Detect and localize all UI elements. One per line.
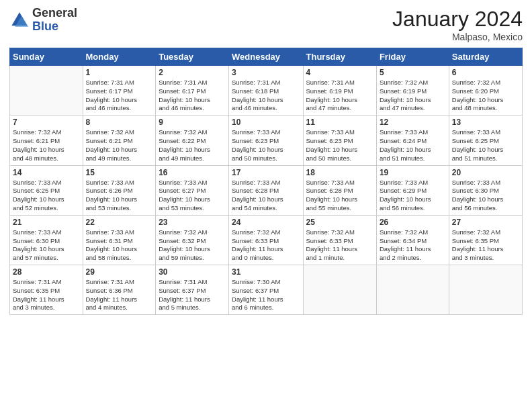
calendar-header-thursday: Thursday	[303, 48, 376, 66]
day-number: 30	[159, 267, 226, 277]
calendar-cell: 19Sunrise: 7:33 AM Sunset: 6:29 PM Dayli…	[376, 165, 449, 215]
day-number: 3	[232, 68, 300, 77]
day-number: 27	[452, 218, 519, 227]
day-info: Sunrise: 7:31 AM Sunset: 6:17 PM Dayligh…	[159, 79, 226, 113]
day-info: Sunrise: 7:32 AM Sunset: 6:22 PM Dayligh…	[159, 128, 226, 163]
calendar-week-row: 28Sunrise: 7:31 AM Sunset: 6:35 PM Dayli…	[10, 265, 523, 315]
logo-general-text: General	[32, 6, 77, 19]
day-info: Sunrise: 7:30 AM Sunset: 6:37 PM Dayligh…	[232, 278, 300, 312]
logo-blue-text: Blue	[32, 19, 58, 33]
day-info: Sunrise: 7:32 AM Sunset: 6:34 PM Dayligh…	[380, 228, 446, 263]
day-info: Sunrise: 7:33 AM Sunset: 6:26 PM Dayligh…	[86, 179, 153, 213]
day-number: 20	[452, 168, 519, 177]
day-number: 21	[13, 218, 80, 227]
day-number: 12	[380, 118, 446, 127]
calendar-week-row: 14Sunrise: 7:33 AM Sunset: 6:25 PM Dayli…	[10, 165, 523, 215]
day-info: Sunrise: 7:32 AM Sunset: 6:35 PM Dayligh…	[452, 228, 519, 263]
day-info: Sunrise: 7:31 AM Sunset: 6:35 PM Dayligh…	[13, 278, 80, 312]
day-info: Sunrise: 7:32 AM Sunset: 6:33 PM Dayligh…	[306, 228, 373, 263]
calendar-week-row: 21Sunrise: 7:33 AM Sunset: 6:30 PM Dayli…	[10, 215, 523, 265]
day-info: Sunrise: 7:32 AM Sunset: 6:21 PM Dayligh…	[13, 128, 80, 163]
day-number: 31	[232, 267, 300, 277]
calendar-cell: 7Sunrise: 7:32 AM Sunset: 6:21 PM Daylig…	[10, 116, 83, 165]
calendar-week-row: 7Sunrise: 7:32 AM Sunset: 6:21 PM Daylig…	[10, 116, 523, 165]
calendar-cell: 26Sunrise: 7:32 AM Sunset: 6:34 PM Dayli…	[376, 215, 449, 265]
calendar-header-tuesday: Tuesday	[156, 48, 229, 66]
calendar-cell: 12Sunrise: 7:33 AM Sunset: 6:24 PM Dayli…	[376, 116, 449, 165]
title-block: January 2024 Malpaso, Mexico	[392, 7, 523, 42]
day-info: Sunrise: 7:33 AM Sunset: 6:23 PM Dayligh…	[306, 128, 373, 163]
calendar-cell: 11Sunrise: 7:33 AM Sunset: 6:23 PM Dayli…	[303, 116, 376, 165]
day-info: Sunrise: 7:33 AM Sunset: 6:29 PM Dayligh…	[380, 179, 446, 213]
day-info: Sunrise: 7:31 AM Sunset: 6:18 PM Dayligh…	[232, 79, 300, 113]
calendar-cell: 31Sunrise: 7:30 AM Sunset: 6:37 PM Dayli…	[229, 265, 303, 315]
day-info: Sunrise: 7:32 AM Sunset: 6:32 PM Dayligh…	[159, 228, 226, 263]
day-number: 9	[159, 118, 226, 127]
calendar-cell: 25Sunrise: 7:32 AM Sunset: 6:33 PM Dayli…	[303, 215, 376, 265]
day-number: 16	[159, 168, 226, 177]
calendar-cell: 9Sunrise: 7:32 AM Sunset: 6:22 PM Daylig…	[156, 116, 229, 165]
day-info: Sunrise: 7:33 AM Sunset: 6:27 PM Dayligh…	[159, 179, 226, 213]
day-info: Sunrise: 7:31 AM Sunset: 6:19 PM Dayligh…	[306, 79, 373, 113]
day-info: Sunrise: 7:32 AM Sunset: 6:20 PM Dayligh…	[452, 79, 519, 113]
day-number: 10	[232, 118, 300, 127]
calendar-cell: 5Sunrise: 7:32 AM Sunset: 6:19 PM Daylig…	[376, 66, 449, 116]
day-number: 4	[306, 68, 373, 77]
calendar-cell: 6Sunrise: 7:32 AM Sunset: 6:20 PM Daylig…	[449, 66, 522, 116]
day-info: Sunrise: 7:33 AM Sunset: 6:25 PM Dayligh…	[452, 128, 519, 163]
day-number: 8	[86, 118, 153, 127]
day-number: 28	[13, 267, 80, 277]
header: General Blue January 2024 Malpaso, Mexic…	[9, 7, 523, 42]
location: Malpaso, Mexico	[392, 32, 523, 42]
day-info: Sunrise: 7:32 AM Sunset: 6:19 PM Dayligh…	[380, 79, 446, 113]
calendar-cell: 8Sunrise: 7:32 AM Sunset: 6:21 PM Daylig…	[83, 116, 156, 165]
day-info: Sunrise: 7:32 AM Sunset: 6:21 PM Dayligh…	[86, 128, 153, 163]
day-number: 13	[452, 118, 519, 127]
calendar-cell: 27Sunrise: 7:32 AM Sunset: 6:35 PM Dayli…	[449, 215, 522, 265]
day-number: 23	[159, 218, 226, 227]
day-info: Sunrise: 7:33 AM Sunset: 6:28 PM Dayligh…	[306, 179, 373, 213]
day-number: 5	[380, 68, 446, 77]
day-info: Sunrise: 7:31 AM Sunset: 6:36 PM Dayligh…	[86, 278, 153, 312]
calendar-cell: 14Sunrise: 7:33 AM Sunset: 6:25 PM Dayli…	[10, 165, 83, 215]
calendar-cell: 28Sunrise: 7:31 AM Sunset: 6:35 PM Dayli…	[10, 265, 83, 315]
calendar-header-friday: Friday	[376, 48, 449, 66]
calendar-table: SundayMondayTuesdayWednesdayThursdayFrid…	[9, 48, 523, 315]
day-info: Sunrise: 7:33 AM Sunset: 6:28 PM Dayligh…	[232, 179, 300, 213]
calendar-cell: 17Sunrise: 7:33 AM Sunset: 6:28 PM Dayli…	[229, 165, 303, 215]
day-number: 2	[159, 68, 226, 77]
calendar-cell: 23Sunrise: 7:32 AM Sunset: 6:32 PM Dayli…	[156, 215, 229, 265]
day-info: Sunrise: 7:33 AM Sunset: 6:25 PM Dayligh…	[13, 179, 80, 213]
day-number: 17	[232, 168, 300, 177]
logo-text: General Blue	[32, 7, 77, 34]
day-number: 22	[86, 218, 153, 227]
month-year: January 2024	[392, 7, 523, 32]
day-info: Sunrise: 7:32 AM Sunset: 6:33 PM Dayligh…	[232, 228, 300, 263]
calendar-cell: 13Sunrise: 7:33 AM Sunset: 6:25 PM Dayli…	[449, 116, 522, 165]
calendar-cell	[10, 66, 83, 116]
day-number: 26	[380, 218, 446, 227]
calendar-cell: 18Sunrise: 7:33 AM Sunset: 6:28 PM Dayli…	[303, 165, 376, 215]
day-number: 6	[452, 68, 519, 77]
day-number: 11	[306, 118, 373, 127]
day-info: Sunrise: 7:33 AM Sunset: 6:24 PM Dayligh…	[380, 128, 446, 163]
calendar-cell: 3Sunrise: 7:31 AM Sunset: 6:18 PM Daylig…	[229, 66, 303, 116]
day-number: 15	[86, 168, 153, 177]
logo: General Blue	[9, 7, 77, 34]
day-number: 24	[232, 218, 300, 227]
calendar-cell	[449, 265, 522, 315]
day-number: 1	[86, 68, 153, 77]
day-number: 18	[306, 168, 373, 177]
calendar-cell	[376, 265, 449, 315]
calendar-cell: 4Sunrise: 7:31 AM Sunset: 6:19 PM Daylig…	[303, 66, 376, 116]
day-number: 7	[13, 118, 80, 127]
calendar-header-row: SundayMondayTuesdayWednesdayThursdayFrid…	[10, 48, 523, 66]
calendar-cell: 16Sunrise: 7:33 AM Sunset: 6:27 PM Dayli…	[156, 165, 229, 215]
calendar-cell: 1Sunrise: 7:31 AM Sunset: 6:17 PM Daylig…	[83, 66, 156, 116]
day-info: Sunrise: 7:33 AM Sunset: 6:23 PM Dayligh…	[232, 128, 300, 163]
day-info: Sunrise: 7:33 AM Sunset: 6:30 PM Dayligh…	[452, 179, 519, 213]
calendar-cell: 2Sunrise: 7:31 AM Sunset: 6:17 PM Daylig…	[156, 66, 229, 116]
calendar-cell: 10Sunrise: 7:33 AM Sunset: 6:23 PM Dayli…	[229, 116, 303, 165]
calendar-cell: 20Sunrise: 7:33 AM Sunset: 6:30 PM Dayli…	[449, 165, 522, 215]
day-info: Sunrise: 7:31 AM Sunset: 6:17 PM Dayligh…	[86, 79, 153, 113]
